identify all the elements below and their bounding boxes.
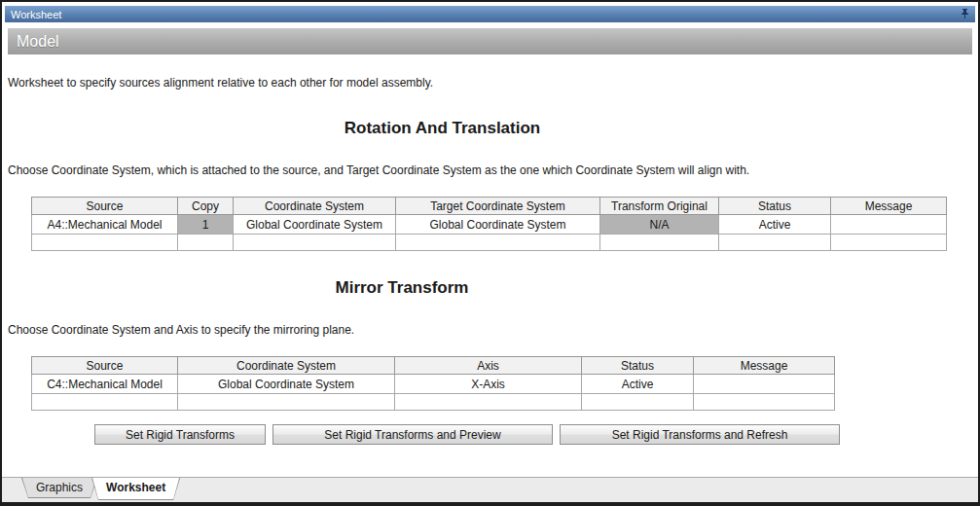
- table-row: A4::Mechanical Model 1 Global Coordinate…: [32, 215, 947, 235]
- table-row-empty: [32, 235, 947, 251]
- mirror-description: Choose Coordinate System and Axis to spe…: [8, 323, 978, 337]
- column-header-coordinate-system: Coordinate System: [178, 357, 395, 375]
- status-cell[interactable]: Active: [582, 375, 694, 394]
- set-rigid-transforms-and-preview-button[interactable]: Set Rigid Transforms and Preview: [272, 424, 553, 445]
- mirror-table: Source Coordinate System Axis Status Mes…: [31, 356, 835, 411]
- column-header-coordinate-system: Coordinate System: [234, 198, 396, 215]
- page-title-bar: Model: [8, 28, 972, 54]
- message-cell: [831, 215, 947, 235]
- rotation-description: Choose Coordinate System, which is attac…: [8, 163, 978, 177]
- target-coordinate-system-cell[interactable]: Global Coordinate System: [396, 215, 600, 235]
- empty-cell: [719, 235, 831, 251]
- empty-cell: [32, 235, 178, 251]
- titlebar-title: Worksheet: [11, 9, 61, 20]
- action-button-row: Set Rigid Transforms Set Rigid Transform…: [94, 424, 978, 445]
- column-header-source: Source: [32, 198, 178, 215]
- empty-cell: [600, 235, 719, 251]
- mirror-section-heading-row: Mirror Transform: [2, 278, 802, 298]
- column-header-message: Message: [831, 198, 947, 215]
- table-row-empty: [32, 394, 835, 411]
- bottom-tab-strip: Graphics Worksheet: [2, 477, 978, 502]
- empty-cell: [32, 394, 178, 411]
- coordinate-system-cell[interactable]: Global Coordinate System: [234, 215, 396, 235]
- column-header-message: Message: [694, 357, 835, 375]
- column-header-axis: Axis: [395, 357, 582, 375]
- coordinate-system-cell[interactable]: Global Coordinate System: [178, 375, 395, 394]
- tab-worksheet-shape: Worksheet: [91, 478, 180, 500]
- column-header-transform-original: Transform Original: [600, 198, 719, 215]
- message-cell: [694, 375, 835, 394]
- page-title: Model: [17, 33, 59, 51]
- titlebar: Worksheet: [5, 6, 975, 22]
- intro-text: Worksheet to specify sources alignment r…: [8, 76, 978, 90]
- worksheet-window: Worksheet Model Worksheet to specify sou…: [0, 0, 980, 506]
- pin-icon[interactable]: [961, 9, 969, 19]
- set-rigid-transforms-and-refresh-button[interactable]: Set Rigid Transforms and Refresh: [560, 424, 840, 445]
- empty-cell: [694, 394, 835, 411]
- tab-worksheet[interactable]: Worksheet: [92, 478, 179, 499]
- column-header-target-coordinate-system: Target Coordinate System: [396, 198, 600, 215]
- column-header-status: Status: [582, 357, 694, 375]
- source-cell: A4::Mechanical Model: [32, 215, 178, 235]
- status-cell[interactable]: Active: [719, 215, 831, 235]
- empty-cell: [234, 235, 396, 251]
- empty-cell: [178, 235, 234, 251]
- mirror-table-header-row: Source Coordinate System Axis Status Mes…: [32, 357, 835, 375]
- mirror-section-title: Mirror Transform: [336, 278, 469, 297]
- tab-graphics-shape: Graphics: [21, 478, 97, 498]
- empty-cell: [582, 394, 694, 411]
- empty-cell: [831, 235, 947, 251]
- empty-cell: [178, 394, 395, 411]
- table-row: C4::Mechanical Model Global Coordinate S…: [32, 375, 835, 394]
- copy-cell: 1: [178, 215, 234, 235]
- column-header-copy: Copy: [178, 198, 234, 215]
- axis-cell[interactable]: X-Axis: [395, 375, 582, 394]
- rotation-table-header-row: Source Copy Coordinate System Target Coo…: [32, 198, 947, 215]
- set-rigid-transforms-button[interactable]: Set Rigid Transforms: [94, 424, 266, 445]
- rotation-section-title: Rotation And Translation: [345, 119, 540, 137]
- empty-cell: [396, 235, 600, 251]
- rotation-table: Source Copy Coordinate System Target Coo…: [31, 197, 947, 251]
- transform-original-cell: N/A: [600, 215, 719, 235]
- source-cell: C4::Mechanical Model: [32, 375, 178, 394]
- column-header-source: Source: [32, 357, 178, 375]
- column-header-status: Status: [719, 198, 831, 215]
- rotation-section-heading-row: Rotation And Translation: [2, 119, 883, 138]
- empty-cell: [395, 394, 582, 411]
- tab-graphics[interactable]: Graphics: [22, 478, 96, 497]
